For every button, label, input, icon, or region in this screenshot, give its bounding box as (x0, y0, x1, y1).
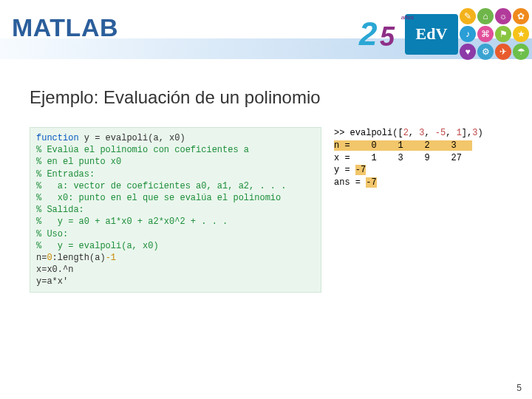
deco-icon: ⚑ (495, 26, 511, 42)
deco-icon: ✎ (460, 8, 476, 24)
deco-icon: ✿ (513, 8, 529, 24)
slide-subtitle: Ejemplo: Evaluación de un polinomio (30, 87, 321, 108)
decorative-icon-grid: ✎ ⌂ ☼ ✿ ♪ ⌘ ⚑ ★ ♥ ⚙ ✈ ☂ (460, 8, 529, 60)
deco-icon: ⌘ (477, 26, 494, 42)
deco-icon: ☼ (495, 8, 511, 24)
deco-icon: ✈ (495, 44, 511, 60)
page-number: 5 (516, 383, 522, 393)
deco-icon: ☂ (513, 44, 529, 60)
deco-icon: ♪ (460, 26, 476, 42)
deco-icon: ♥ (460, 44, 476, 60)
deco-icon: ⌂ (477, 8, 494, 24)
page-title: MATLAB (12, 13, 118, 42)
code-block-output: >> evalpoli([2, 3, -5, 1],3) n = 0 1 2 3… (334, 127, 520, 189)
code-block-function: function y = evalpoli(a, x0) % Evalúa el… (30, 127, 321, 293)
logo-25-anos: años 2 5 (365, 14, 409, 55)
header-logo-cluster: años 2 5 EdV ✎ ⌂ ☼ ✿ ♪ ⌘ ⚑ ★ ♥ ⚙ ✈ ☂ (340, 0, 532, 68)
deco-icon: ★ (513, 26, 529, 42)
deco-icon: ⚙ (477, 44, 494, 60)
